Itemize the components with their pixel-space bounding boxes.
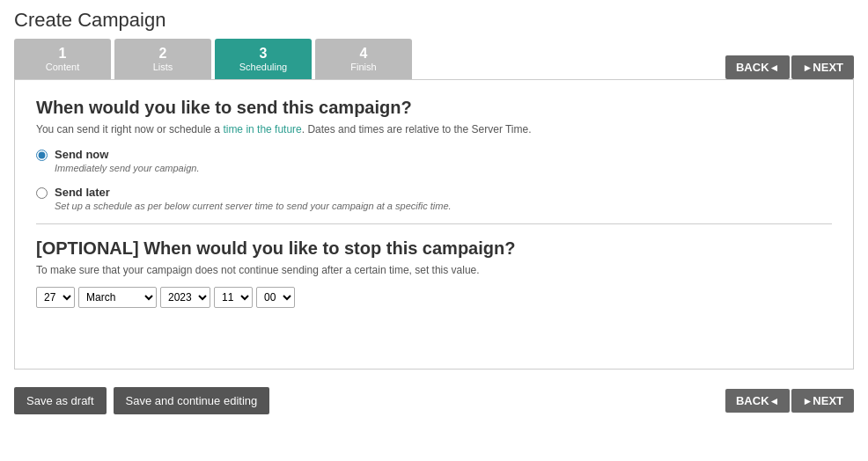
send-later-text: Send later Set up a schedule as per belo…: [55, 186, 452, 211]
send-later-sub: Set up a schedule as per below current s…: [55, 201, 452, 211]
page-title: Create Campaign: [0, 0, 868, 39]
minute-select[interactable]: 00153045: [256, 287, 295, 308]
step-scheduling[interactable]: 3 Scheduling: [215, 39, 312, 79]
send-now-text: Send now Immediately send your campaign.: [55, 148, 199, 173]
step-4-label: Finish: [350, 62, 376, 72]
bottom-next-button[interactable]: ► NEXT: [791, 389, 854, 413]
bottom-next-arrow-icon: ►: [802, 395, 813, 407]
send-later-radio[interactable]: [36, 187, 48, 199]
desc-plain: You can send it right now or schedule a: [36, 123, 223, 135]
month-select[interactable]: JanuaryFebruaryMarch AprilMayJune JulyAu…: [78, 287, 157, 308]
step-lists[interactable]: 2 Lists: [114, 39, 211, 79]
step-1-number: 1: [59, 46, 67, 62]
step-content[interactable]: 1 Content: [14, 39, 111, 79]
date-selects: 27 1234 5678 9101112 13141516 17181920 2…: [36, 287, 832, 308]
send-now-sub: Immediately send your campaign.: [55, 163, 199, 173]
bottom-back-button[interactable]: BACK ◄: [725, 389, 790, 413]
top-nav-buttons: BACK ◄ ► NEXT: [725, 55, 854, 79]
wizard-header: 1 Content 2 Lists 3 Scheduling 4 Finish …: [0, 39, 868, 79]
save-continue-button[interactable]: Save and continue editing: [114, 387, 270, 414]
back-arrow-icon: ◄: [769, 62, 780, 74]
section-divider: [36, 223, 832, 224]
bottom-bar: Save as draft Save and continue editing …: [14, 378, 854, 423]
bottom-back-arrow-icon: ◄: [769, 395, 780, 407]
next-label: NEXT: [813, 61, 843, 74]
desc-link[interactable]: time in the future: [223, 123, 301, 135]
top-back-button[interactable]: BACK ◄: [725, 55, 790, 79]
send-now-label[interactable]: Send now: [55, 148, 199, 161]
hour-select[interactable]: 00010203 04050607 08091011 12131415 1617…: [214, 287, 253, 308]
send-section-desc: You can send it right now or schedule a …: [36, 123, 832, 135]
step-3-label: Scheduling: [239, 62, 287, 72]
steps-wrapper: 1 Content 2 Lists 3 Scheduling 4 Finish: [14, 39, 414, 79]
bottom-back-label: BACK: [736, 394, 769, 407]
send-now-option: Send now Immediately send your campaign.: [36, 148, 832, 173]
send-later-label[interactable]: Send later: [55, 186, 452, 199]
day-select[interactable]: 27 1234 5678 9101112 13141516 17181920 2…: [36, 287, 75, 308]
bottom-nav-buttons: BACK ◄ ► NEXT: [725, 389, 854, 413]
desc-after: . Dates and times are relative to the Se…: [302, 123, 532, 135]
step-finish[interactable]: 4 Finish: [315, 39, 412, 79]
step-1-label: Content: [46, 62, 80, 72]
bottom-left-buttons: Save as draft Save and continue editing: [14, 387, 269, 414]
step-3-number: 3: [260, 46, 268, 62]
step-4-number: 4: [360, 46, 368, 62]
step-2-number: 2: [159, 46, 167, 62]
back-label: BACK: [736, 61, 769, 74]
main-content: When would you like to send this campaig…: [14, 79, 854, 370]
top-next-button[interactable]: ► NEXT: [791, 55, 854, 79]
stop-section-desc: To make sure that your campaign does not…: [36, 264, 832, 276]
stop-section-title: [OPTIONAL] When would you like to stop t…: [36, 238, 832, 259]
year-select[interactable]: 202020212022 202320242025: [160, 287, 210, 308]
bottom-next-label: NEXT: [813, 394, 843, 407]
send-now-radio[interactable]: [36, 150, 48, 161]
save-draft-button[interactable]: Save as draft: [14, 387, 107, 414]
send-section-title: When would you like to send this campaig…: [36, 98, 832, 118]
next-arrow-icon: ►: [802, 62, 813, 74]
step-2-label: Lists: [153, 62, 173, 72]
send-later-option: Send later Set up a schedule as per belo…: [36, 186, 832, 211]
